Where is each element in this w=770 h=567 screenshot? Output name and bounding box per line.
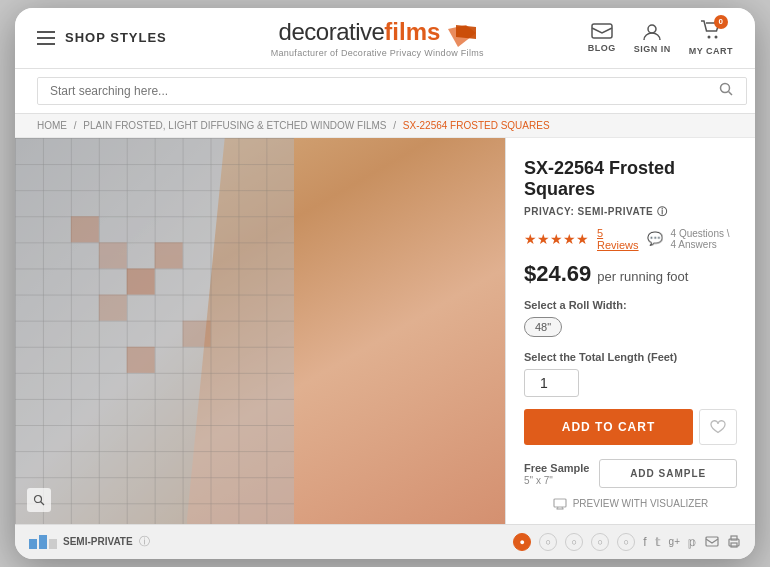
svg-rect-13 <box>155 242 183 268</box>
add-to-cart-button[interactable]: ADD TO CART <box>524 409 693 445</box>
signin-icon <box>642 22 662 42</box>
quantity-input[interactable] <box>524 369 579 397</box>
product-row: SX-22564 Frosted Squares PRIVACY: SEMI-P… <box>15 138 755 524</box>
svg-rect-12 <box>99 294 127 320</box>
bottom-privacy-info-icon[interactable]: ⓘ <box>139 534 150 549</box>
free-sample-label: Free Sample <box>524 461 589 475</box>
breadcrumb-home[interactable]: HOME <box>37 120 67 131</box>
logo-subtitle: Manufacturer of Decorative Privacy Windo… <box>167 48 588 58</box>
width-option-label: Select a Roll Width: <box>524 299 737 311</box>
header-left: SHOP STYLES <box>37 30 167 45</box>
grid-highlights <box>15 138 294 524</box>
qa-bubble-icon: 💬 <box>647 231 663 246</box>
signin-label: SIGN IN <box>634 44 671 54</box>
length-label: Select the Total Length (Feet) <box>524 351 737 363</box>
svg-marker-1 <box>456 25 476 39</box>
add-sample-button[interactable]: ADD SAMPLE <box>599 459 737 488</box>
breadcrumb: HOME / PLAIN FROSTED, LIGHT DIFFUSING & … <box>15 114 755 138</box>
facebook-share-icon[interactable]: f <box>643 535 646 549</box>
svg-line-7 <box>729 92 733 96</box>
hamburger-icon[interactable] <box>37 31 55 45</box>
priv-bar-2 <box>39 535 47 549</box>
product-image-area <box>15 138 505 524</box>
zoom-icon[interactable] <box>27 488 51 512</box>
device-frame: SHOP STYLES decorativefilms Manufacturer… <box>15 8 755 559</box>
free-sample-info: Free Sample 5" x 7" <box>524 461 589 486</box>
priv-bar-1 <box>29 539 37 549</box>
pinterest-share-icon[interactable]: 𝕡 <box>688 535 697 549</box>
shop-styles-label[interactable]: SHOP STYLES <box>65 30 167 45</box>
cart-link[interactable]: 0 MY CART <box>689 20 733 56</box>
logo-brand: decorative <box>279 18 385 45</box>
privacy-value: SEMI-PRIVATE <box>578 206 654 217</box>
cart-badge: 0 <box>700 20 722 44</box>
svg-rect-22 <box>706 537 718 546</box>
visualizer-row[interactable]: PREVIEW WITH VISUALIZER <box>524 498 737 510</box>
privacy-indicator: SEMI-PRIVATE ⓘ <box>29 534 150 549</box>
free-sample-size: 5" x 7" <box>524 475 589 486</box>
breadcrumb-current: SX-22564 FROSTED SQUARES <box>403 120 550 131</box>
bottom-privacy-label: SEMI-PRIVATE <box>63 536 133 547</box>
search-bar <box>15 69 755 114</box>
product-privacy-row: PRIVACY: SEMI-PRIVATE ⓘ <box>524 205 737 219</box>
svg-rect-10 <box>99 242 127 268</box>
svg-rect-24 <box>731 536 737 540</box>
share-circle-2[interactable]: ○ <box>565 533 583 551</box>
search-button[interactable] <box>719 82 733 99</box>
twitter-share-icon[interactable]: 𝕥 <box>655 535 661 549</box>
blog-link[interactable]: BLOG <box>588 23 616 53</box>
review-count[interactable]: 5 Reviews <box>597 227 639 251</box>
privacy-label: PRIVACY: <box>524 206 574 217</box>
logo-wordmark[interactable]: decorativefilms <box>167 18 588 47</box>
reviews-row: ★★★★★ 5 Reviews 💬 4 Questions \ 4 Answer… <box>524 227 737 251</box>
breadcrumb-category[interactable]: PLAIN FROSTED, LIGHT DIFFUSING & ETCHED … <box>83 120 386 131</box>
print-share-icon[interactable] <box>727 535 741 549</box>
svg-rect-14 <box>183 320 211 346</box>
visualizer-label: PREVIEW WITH VISUALIZER <box>573 498 709 509</box>
wishlist-button[interactable] <box>699 409 737 445</box>
cart-count: 0 <box>714 15 728 29</box>
svg-point-16 <box>35 495 42 502</box>
svg-rect-15 <box>127 347 155 373</box>
qa-text[interactable]: 4 Questions \ 4 Answers <box>671 228 737 250</box>
share-icons: ● ○ ○ ○ ○ f 𝕥 g+ 𝕡 <box>513 533 741 551</box>
product-area: SX-22564 Frosted Squares PRIVACY: SEMI-P… <box>15 138 755 559</box>
svg-point-4 <box>707 35 710 38</box>
svg-rect-9 <box>71 216 99 242</box>
monitor-icon <box>553 498 567 510</box>
svg-rect-11 <box>127 268 155 294</box>
privacy-info-icon[interactable]: ⓘ <box>657 206 668 217</box>
product-price: $24.69 <box>524 261 591 287</box>
header: SHOP STYLES decorativefilms Manufacturer… <box>15 8 755 69</box>
cart-label: MY CART <box>689 46 733 56</box>
blog-icon <box>591 23 613 41</box>
product-detail-panel: SX-22564 Frosted Squares PRIVACY: SEMI-P… <box>505 138 755 524</box>
blog-label: BLOG <box>588 43 616 53</box>
share-circle-4[interactable]: ○ <box>617 533 635 551</box>
price-row: $24.69 per running foot <box>524 261 737 287</box>
priv-bar-3 <box>49 539 57 549</box>
search-submit-icon <box>719 82 733 96</box>
cart-row: ADD TO CART <box>524 409 737 445</box>
star-rating: ★★★★★ <box>524 231 589 247</box>
header-logo: decorativefilms Manufacturer of Decorati… <box>167 18 588 58</box>
svg-line-17 <box>41 501 45 505</box>
email-share-icon[interactable] <box>705 536 719 547</box>
logo-product: films <box>384 18 440 45</box>
gplus-share-icon[interactable]: g+ <box>669 536 680 547</box>
product-title: SX-22564 Frosted Squares <box>524 158 737 201</box>
header-right: BLOG SIGN IN 0 MY CART <box>588 20 733 56</box>
svg-point-3 <box>648 25 656 33</box>
share-circle-radio[interactable]: ● <box>513 533 531 551</box>
search-input[interactable] <box>37 77 747 105</box>
share-circle-1[interactable]: ○ <box>539 533 557 551</box>
share-circle-3[interactable]: ○ <box>591 533 609 551</box>
width-pill-48[interactable]: 48" <box>524 317 562 337</box>
image-bottom-bar: SEMI-PRIVATE ⓘ ● ○ ○ ○ ○ f 𝕥 g+ 𝕡 <box>15 524 755 559</box>
svg-point-5 <box>714 35 717 38</box>
privacy-bars <box>29 535 57 549</box>
price-unit: per running foot <box>597 269 688 284</box>
free-sample-row: Free Sample 5" x 7" ADD SAMPLE <box>524 459 737 488</box>
svg-point-6 <box>721 84 730 93</box>
signin-link[interactable]: SIGN IN <box>634 22 671 54</box>
